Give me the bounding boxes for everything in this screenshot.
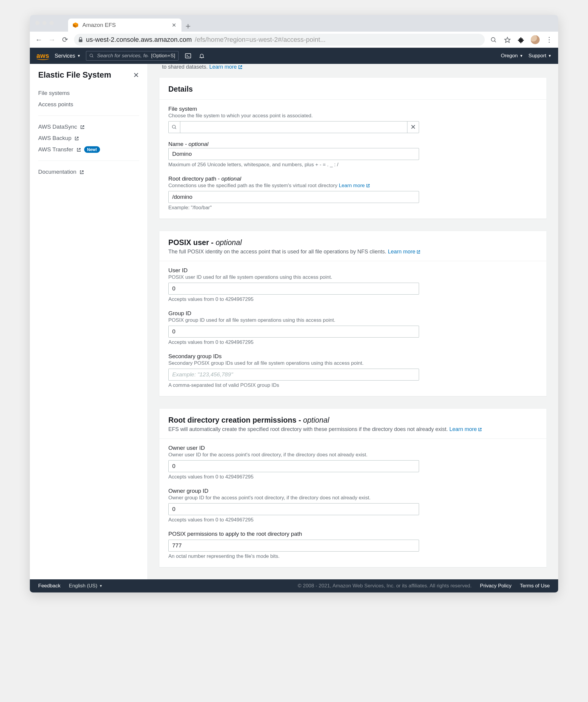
panel-subtitle: EFS will automatically create the specif… bbox=[168, 426, 538, 433]
field-hint: Accepts values from 0 to 4294967295 bbox=[168, 339, 538, 345]
field-desc: Secondary POSIX group IDs used for all f… bbox=[168, 360, 538, 366]
svg-point-4 bbox=[491, 37, 495, 41]
window-titlebar: Amazon EFS × ＋ bbox=[30, 15, 558, 32]
group-id-input[interactable] bbox=[168, 326, 419, 338]
secondary-gids-input[interactable] bbox=[168, 369, 419, 380]
sidebar-close-icon[interactable]: ✕ bbox=[133, 71, 139, 80]
owner-group-id-input[interactable] bbox=[168, 503, 419, 515]
name-input[interactable] bbox=[168, 148, 419, 160]
field-group-id: Group ID POSIX group ID used for all fil… bbox=[168, 310, 538, 345]
svg-rect-9 bbox=[185, 54, 191, 58]
field-hint: A comma-separated list of valid POSIX gr… bbox=[168, 382, 538, 388]
window-close[interactable] bbox=[35, 21, 39, 25]
field-file-system: File system Choose the file system to wh… bbox=[168, 106, 538, 133]
profile-avatar[interactable] bbox=[531, 35, 540, 44]
posix-permissions-input[interactable] bbox=[168, 540, 419, 552]
svg-line-8 bbox=[92, 56, 93, 57]
services-label: Services bbox=[54, 53, 75, 59]
cloudshell-icon[interactable] bbox=[184, 51, 192, 60]
aws-footer: Feedback English (US) ▼ © 2008 - 2021, A… bbox=[30, 579, 558, 592]
notifications-icon[interactable] bbox=[198, 51, 206, 60]
feedback-link[interactable]: Feedback bbox=[38, 583, 61, 589]
external-link-icon bbox=[238, 65, 243, 70]
region-selector[interactable]: Oregon▼ bbox=[501, 53, 523, 59]
page-search-icon[interactable] bbox=[489, 35, 498, 44]
sidebar-title: Elastic File System bbox=[38, 71, 111, 80]
field-label: Name - optional bbox=[168, 141, 538, 147]
aws-logo[interactable]: aws bbox=[36, 52, 49, 60]
svg-point-16 bbox=[172, 125, 175, 129]
copyright-text: © 2008 - 2021, Amazon Web Services, Inc.… bbox=[298, 583, 472, 589]
divider bbox=[38, 160, 139, 161]
support-label: Support bbox=[528, 53, 547, 59]
sidebar-item-transfer[interactable]: AWS Transfer New! bbox=[38, 144, 139, 155]
field-desc: POSIX group ID used for all file system … bbox=[168, 317, 538, 323]
sidebar-item-label: AWS Transfer bbox=[38, 146, 74, 153]
bookmark-icon[interactable] bbox=[503, 35, 511, 44]
field-posix-permissions: POSIX permissions to apply to the root d… bbox=[168, 531, 538, 559]
browser-tab[interactable]: Amazon EFS × bbox=[68, 18, 182, 32]
details-panel: Details File system Choose the file syst… bbox=[159, 77, 547, 219]
window-controls bbox=[35, 21, 54, 25]
service-search[interactable]: [Option+S] bbox=[86, 51, 179, 61]
sidebar-item-label: Access points bbox=[38, 101, 73, 108]
root-permissions-panel: Root directory creation permissions - op… bbox=[159, 408, 547, 567]
panel-subtitle: The full POSIX identity on the access po… bbox=[168, 249, 538, 255]
forward-button[interactable]: → bbox=[48, 35, 56, 44]
address-bar[interactable]: us-west-2.console.aws.amazon.com/efs/hom… bbox=[74, 34, 485, 46]
privacy-link[interactable]: Privacy Policy bbox=[480, 583, 511, 589]
learn-more-link[interactable]: Learn more bbox=[449, 426, 482, 433]
new-tab-button[interactable]: ＋ bbox=[182, 20, 195, 32]
field-hint: Example: "/foo/bar" bbox=[168, 205, 538, 211]
panel-title: POSIX user - optional bbox=[168, 238, 538, 247]
clear-icon[interactable]: ✕ bbox=[410, 123, 416, 131]
banner-trail-text: to shared datasets. bbox=[162, 64, 208, 70]
sidebar-item-accesspoints[interactable]: Access points bbox=[38, 99, 139, 110]
panel-body: File system Choose the file system to wh… bbox=[159, 100, 547, 219]
info-banner-trail: to shared datasets. Learn more bbox=[159, 64, 547, 72]
url-path: /efs/home?region=us-west-2#/access-point… bbox=[195, 36, 326, 43]
owner-user-id-input[interactable] bbox=[168, 460, 419, 472]
user-id-input[interactable] bbox=[168, 283, 419, 295]
window-minimize[interactable] bbox=[42, 21, 46, 25]
service-search-input[interactable] bbox=[97, 53, 148, 59]
window-maximize[interactable] bbox=[49, 21, 54, 25]
search-icon bbox=[171, 124, 177, 130]
sidebar-item-documentation[interactable]: Documentation bbox=[38, 166, 139, 178]
new-badge: New! bbox=[84, 146, 100, 153]
learn-more-link[interactable]: Learn more bbox=[339, 183, 370, 189]
services-menu[interactable]: Services▼ bbox=[54, 53, 81, 59]
root-dir-input[interactable] bbox=[168, 191, 419, 203]
field-label: Root directory path - optional bbox=[168, 176, 538, 182]
learn-more-link[interactable]: Learn more bbox=[388, 249, 421, 255]
panel-header: Details bbox=[159, 78, 547, 100]
panel-header: POSIX user - optional The full POSIX ide… bbox=[159, 231, 547, 261]
support-menu[interactable]: Support▼ bbox=[528, 53, 552, 59]
language-selector[interactable]: English (US) ▼ bbox=[69, 583, 103, 589]
browser-menu-icon[interactable]: ⋮ bbox=[545, 35, 553, 44]
learn-more-link[interactable]: Learn more bbox=[209, 64, 243, 70]
file-system-selector[interactable]: ✕ bbox=[168, 121, 419, 133]
sidebar-item-backup[interactable]: AWS Backup bbox=[38, 132, 139, 144]
sidebar-item-filesystems[interactable]: File systems bbox=[38, 88, 139, 99]
terms-link[interactable]: Terms of Use bbox=[520, 583, 550, 589]
tab-close-icon[interactable]: × bbox=[171, 21, 177, 29]
toolbar-actions: ⋮ bbox=[489, 35, 553, 44]
caret-down-icon: ▼ bbox=[99, 584, 103, 588]
file-system-input[interactable] bbox=[180, 121, 407, 133]
panel-header: Root directory creation permissions - op… bbox=[159, 408, 547, 439]
reload-button[interactable]: ⟳ bbox=[61, 35, 69, 44]
extensions-icon[interactable] bbox=[517, 35, 525, 44]
field-label: File system bbox=[168, 106, 538, 112]
panel-title: Root directory creation permissions - op… bbox=[168, 416, 538, 425]
sidebar-item-datasync[interactable]: AWS DataSync bbox=[38, 121, 139, 132]
back-button[interactable]: ← bbox=[35, 35, 43, 44]
field-label: User ID bbox=[168, 267, 538, 274]
main-content: to shared datasets. Learn more Details F… bbox=[148, 64, 558, 579]
field-owner-user-id: Owner user ID Owner user ID for the acce… bbox=[168, 445, 538, 480]
external-link-icon bbox=[74, 135, 79, 141]
field-secondary-gids: Secondary group IDs Secondary POSIX grou… bbox=[168, 353, 538, 388]
field-desc: Owner user ID for the access point's roo… bbox=[168, 452, 538, 458]
svg-line-5 bbox=[495, 41, 496, 42]
svg-marker-6 bbox=[505, 37, 510, 42]
